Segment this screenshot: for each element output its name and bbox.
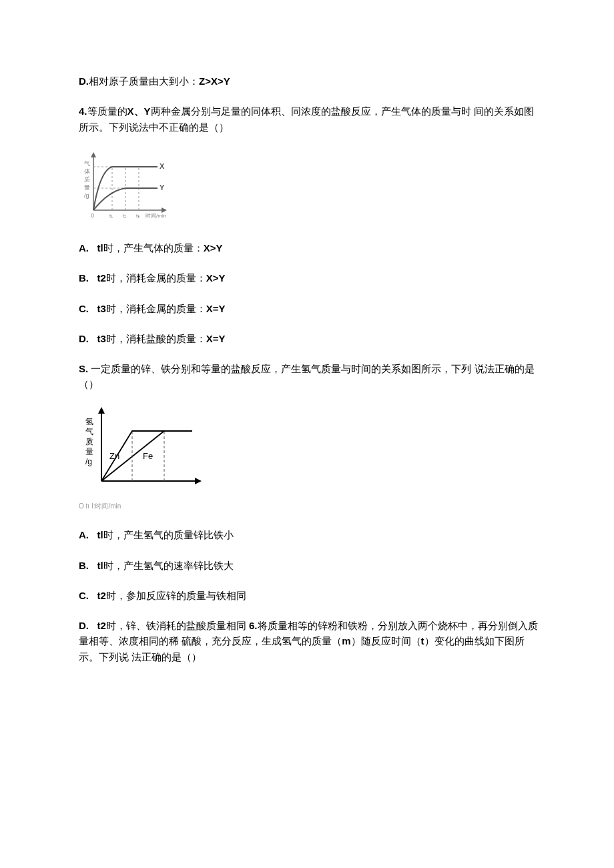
svg-text:量: 量 (84, 184, 90, 191)
option-label: B. (79, 560, 89, 571)
option-label: D. (79, 620, 89, 631)
option-label: D. (79, 333, 89, 344)
option-time: tl (97, 529, 103, 540)
option-expr: X>Y (204, 242, 223, 254)
svg-text:氢: 氢 (85, 417, 93, 426)
svg-text:质: 质 (84, 176, 90, 183)
document-page: D.相对原子质量由大到小：Z>X>Y 4.等质量的X、Y两种金属分别与足量的同体… (0, 0, 614, 868)
q6-number: 6. (249, 620, 258, 631)
q4-text-a: 等质量的 (87, 105, 127, 117)
svg-text:/g: /g (85, 457, 92, 466)
svg-text:Fe: Fe (143, 451, 153, 461)
q5-x-axis-caption: O tı I:时间/min (79, 501, 541, 512)
svg-marker-2 (91, 152, 96, 157)
svg-text:0: 0 (91, 212, 94, 219)
svg-text:/g: /g (84, 192, 89, 199)
svg-text:体: 体 (84, 168, 90, 175)
svg-marker-24 (195, 478, 202, 484)
svg-text:量: 量 (85, 447, 93, 456)
option-text: 时，产生气体的质量： (103, 242, 204, 254)
option-expr: X=Y (206, 333, 226, 344)
svg-marker-23 (98, 407, 105, 414)
option-time: t2 (97, 620, 106, 631)
svg-marker-3 (162, 207, 167, 213)
option-text: 时，锌、铁消耗的盐酸质量相同 (106, 620, 249, 631)
q6-text-b: ）随反应时间（ (351, 635, 421, 646)
option-label: A. (79, 529, 89, 540)
svg-text:t₂: t₂ (123, 213, 126, 219)
q5-option-b: B. tl时，产生氢气的速率锌比铁大 (79, 558, 541, 573)
q5-option-d-and-q6: D. t2时，锌、铁消耗的盐酸质量相同 6.将质量相等的锌粉和铁粉，分别放入两个… (79, 618, 541, 665)
svg-text:t₁: t₁ (109, 213, 113, 219)
q4-option-c: C. t3时，消耗金属的质量：X=Y (79, 301, 541, 316)
svg-text:t₃: t₃ (136, 213, 139, 219)
option-time: tl (97, 242, 103, 254)
option-text: 时，产生氢气的速率锌比铁大 (103, 560, 234, 571)
option-label: A. (79, 242, 89, 254)
option-time: t3 (97, 333, 106, 344)
option-text: 时，消耗盐酸的质量： (106, 333, 206, 344)
option-time: t2 (97, 272, 106, 284)
svg-text:质: 质 (85, 437, 93, 446)
q5-option-a: A. tl时，产生氢气的质量锌比铁小 (79, 527, 541, 542)
q5-chart-svg: 氢 气 质 量 /g Zn Fe (79, 404, 206, 494)
option-text: 时，消耗金属的质量： (106, 272, 206, 284)
option-expr: Z>X>Y (199, 75, 230, 87)
q4-xy: X、Y (127, 105, 151, 117)
option-label: C. (79, 590, 89, 601)
svg-text:Zn: Zn (109, 451, 119, 461)
svg-text:X: X (160, 162, 165, 170)
svg-text:时间/min: 时间/min (145, 213, 166, 219)
q5-number: S. (79, 363, 88, 374)
option-text: 时，产生氢气的质量锌比铁小 (103, 529, 234, 540)
q5-text: 一定质量的锌、铁分别和等量的盐酸反应，产生氢气质量与时间的关系如图所示，下列 说… (79, 363, 535, 390)
q4-number: 4. (79, 105, 87, 117)
q5-option-c: C. t2时，参加反应锌的质量与铁相同 (79, 588, 541, 603)
option-label: D. (79, 75, 89, 87)
option-expr: X>Y (206, 272, 226, 284)
q4-figure: 气 体 质 量 /g X Y t₁ t₂ t₃ 时间/min 0 (79, 147, 541, 224)
option-time: t3 (97, 303, 106, 314)
svg-text:Y: Y (160, 183, 165, 191)
q4-option-a: A. tl时，产生气体的质量：X>Y (79, 240, 541, 256)
option-label: C. (79, 303, 89, 314)
svg-text:气: 气 (84, 160, 90, 167)
option-text: 时，消耗金属的质量： (106, 303, 206, 314)
q4-stem: 4.等质量的X、Y两种金属分别与足量的同体积、同浓度的盐酸反应，产生气体的质量与… (79, 103, 541, 135)
svg-text:气: 气 (85, 427, 93, 436)
option-time: tl (97, 560, 103, 571)
q4-option-b: B. t2时，消耗金属的质量：X>Y (79, 270, 541, 286)
option-time: t2 (97, 590, 106, 601)
q4-chart-svg: 气 体 质 量 /g X Y t₁ t₂ t₃ 时间/min 0 (79, 147, 172, 220)
q6-m: m (342, 635, 350, 646)
q4-option-d: D. t3时，消耗盐酸的质量：X=Y (79, 331, 541, 346)
option-text: 相对原子质量由大到小： (89, 75, 199, 87)
q5-figure: 氢 气 质 量 /g Zn Fe O tı I:时间/min (79, 404, 541, 512)
option-text: 时，参加反应锌的质量与铁相同 (106, 590, 246, 601)
prev-option-d: D.相对原子质量由大到小：Z>X>Y (79, 73, 541, 89)
option-expr: X=Y (206, 303, 226, 314)
q5-stem: S. 一定质量的锌、铁分别和等量的盐酸反应，产生氢气质量与时间的关系如图所示，下… (79, 361, 541, 392)
option-label: B. (79, 272, 89, 284)
